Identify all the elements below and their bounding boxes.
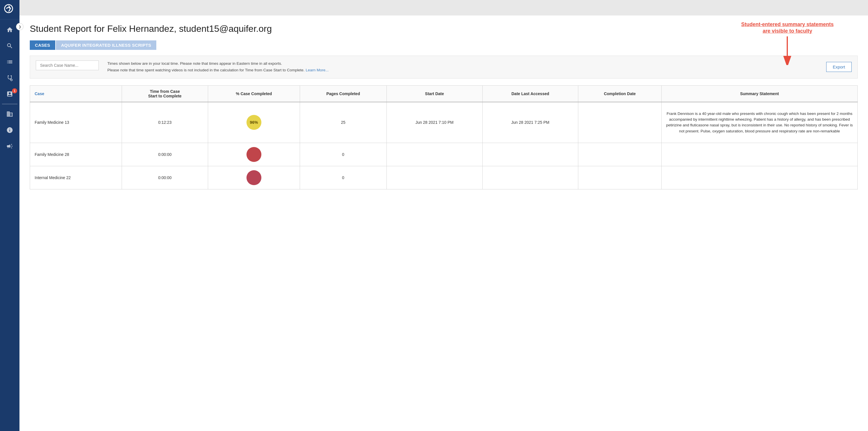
cell-last-accessed [483,166,578,189]
cell-summary: Frank Dennison is a 40 year-old male who… [661,102,858,143]
col-header-pages: Pages Completed [300,85,386,102]
nav-item-info[interactable] [0,123,20,138]
nav-item-search[interactable] [0,38,20,53]
content-area: Student-entered summary statements are v… [20,16,868,431]
nav-item-megaphone[interactable] [0,139,20,153]
cell-start-date [386,166,483,189]
col-header-time: Time from CaseStart to Complete [122,85,208,102]
sidebar-navigation: 1 [0,22,20,153]
cases-table: Case Time from CaseStart to Complete % C… [30,85,858,190]
annotation-arrow [741,36,834,65]
sidebar-divider [2,104,18,104]
search-input[interactable] [36,60,99,70]
cell-last-accessed: Jun 28 2021 7:25 PM [483,102,578,143]
col-header-case: Case [30,85,122,102]
nav-badge: 1 [12,88,17,93]
sidebar: ❯ 1 [0,0,20,431]
sidebar-toggle[interactable]: ❯ [16,23,24,30]
nav-item-list[interactable] [0,54,20,69]
cell-pages: 0 [300,143,386,166]
nav-item-building[interactable] [0,107,20,121]
cell-pct [208,143,300,166]
cell-pages: 25 [300,102,386,143]
annotation-callout: Student-entered summary statements are v… [741,21,834,65]
col-header-last-accessed: Date Last Accessed [483,85,578,102]
cell-pct [208,166,300,189]
cell-last-accessed [483,143,578,166]
col-header-start: Start Date [386,85,483,102]
tab-cases[interactable]: CASES [30,40,55,50]
tab-illness-scripts[interactable]: AQUIFER INTEGRATED ILLNESS SCRIPTS [56,40,156,50]
learn-more-link[interactable]: Learn More... [306,68,329,72]
cell-start-date [386,143,483,166]
annotation-line2: are visible to faculty [741,28,834,34]
cell-completion [578,102,661,143]
col-header-pct: % Case Completed [208,85,300,102]
nav-item-stethoscope[interactable] [0,70,20,85]
filter-info-line1: Times shown below are in your local time… [107,60,817,67]
filter-bar: Times shown below are in your local time… [30,56,858,79]
cell-time: 0:12:23 [122,102,208,143]
cell-summary [661,143,858,166]
table-row: Family Medicine 130:12:2396%25Jun 28 202… [30,102,858,143]
cell-pct: 96% [208,102,300,143]
cell-time: 0:00:00 [122,166,208,189]
cell-completion [578,143,661,166]
cell-case-name: Family Medicine 13 [30,102,122,143]
sidebar-logo [0,0,20,20]
filter-info: Times shown below are in your local time… [107,60,817,74]
cell-pages: 0 [300,166,386,189]
cell-time: 0:00:00 [122,143,208,166]
main-wrapper: Student-entered summary statements are v… [20,0,868,431]
annotation-line1: Student-entered summary statements [741,21,834,28]
filter-info-line2: Please note that time spent watching vid… [107,67,817,74]
nav-item-dashboard[interactable]: 1 [0,87,20,102]
col-header-completion: Completion Date [578,85,661,102]
table-row: Family Medicine 280:00:000 [30,143,858,166]
page-title: Student Report for Felix Hernandez, stud… [30,24,287,34]
cell-start-date: Jun 28 2021 7:10 PM [386,102,483,143]
cell-summary [661,166,858,189]
cell-case-name: Internal Medicine 22 [30,166,122,189]
tabs-container: CASES AQUIFER INTEGRATED ILLNESS SCRIPTS [30,40,858,50]
top-bar [20,0,868,16]
table-row: Internal Medicine 220:00:000 [30,166,858,189]
col-header-summary: Summary Statement [661,85,858,102]
cell-completion [578,166,661,189]
cell-case-name: Family Medicine 28 [30,143,122,166]
